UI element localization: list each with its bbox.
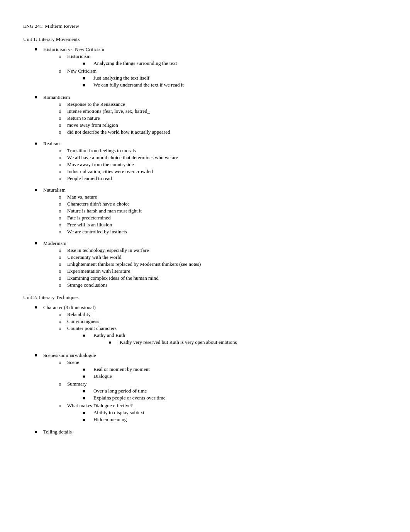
bullet-icon: ■	[35, 141, 43, 182]
bullet-o: o	[59, 311, 67, 318]
list-item: o Scene ■ Real or moment by moment ■ Dia…	[59, 359, 387, 380]
item-label: What makes Dialogue effective?	[67, 403, 133, 408]
bullet-o: o	[59, 161, 67, 168]
list-item: o We are controlled by instincts	[59, 229, 387, 235]
item-label: Explains people or events over time	[93, 395, 387, 401]
list-item: o Historicism ■ Analyzing the things sur…	[59, 53, 387, 67]
item-label: Summary	[67, 381, 87, 387]
bullet-o: o	[59, 115, 67, 121]
bullet-o: o	[59, 175, 67, 182]
bullet-o: o	[59, 108, 67, 114]
item-label: Ability to display subtext	[93, 410, 387, 416]
item-label: Counter point characters	[67, 325, 117, 331]
bullet-o: o	[59, 101, 67, 107]
item-label: Kathy and Ruth	[93, 332, 125, 338]
list-item: ■ Ability to display subtext	[83, 410, 387, 416]
unit2-outline: ■ Character (3 dimensional) o Relatabili…	[23, 304, 387, 435]
list-item: o Relatability	[59, 311, 387, 318]
bullet-o: o	[59, 254, 67, 260]
list-item: o Transition from feelings to morals	[59, 148, 387, 154]
list-item: o Counter point characters ■ Kathy and R…	[59, 325, 387, 347]
item-label: Response to the Renaissance	[67, 101, 387, 107]
item-label: Characters didn't have a choice	[67, 201, 387, 207]
item-label: Fate is predetermined	[67, 215, 387, 221]
list-item: o Man vs, nature	[59, 194, 387, 200]
list-item: ■ Explains people or events over time	[83, 395, 387, 401]
item-label: We can fully understand the text if we r…	[93, 82, 387, 88]
bullet-o: o	[59, 215, 67, 221]
bullet-icon: ■	[109, 339, 120, 345]
list-item: ■ Romanticism o Response to the Renaissa…	[35, 94, 387, 136]
list-item: ■ Kathy and Ruth ■ Kathy very reserved b…	[83, 332, 387, 346]
item-label: Telling details	[43, 429, 72, 435]
bullet-o: o	[59, 261, 67, 267]
item-label: did not describe the world how it actual…	[67, 129, 387, 135]
list-item: ■ Over a long period of time	[83, 388, 387, 394]
bullet-icon: ■	[35, 429, 43, 435]
bullet-o: o	[59, 247, 67, 253]
list-item: ■ We can fully understand the text if we…	[83, 82, 387, 88]
item-label: Kathy very reserved but Ruth is very ope…	[120, 339, 387, 345]
bullet-icon: ■	[83, 373, 93, 379]
bullet-icon: ■	[35, 187, 43, 236]
bullet-icon: ■	[83, 410, 93, 416]
list-item: o move away from religion	[59, 122, 387, 128]
list-item: o Convincingness	[59, 318, 387, 325]
list-item: o Response to the Renaissance	[59, 101, 387, 107]
bullet-o: o	[59, 194, 67, 200]
list-item: o People learned to read	[59, 175, 387, 182]
item-label: Dialogue	[93, 373, 387, 379]
bullet-o: o	[59, 168, 67, 175]
list-item: o We all have a moral choice that determ…	[59, 155, 387, 161]
bullet-icon: ■	[83, 416, 93, 423]
item-label: Relatability	[67, 311, 387, 318]
bullet-icon: ■	[35, 94, 43, 136]
item-label: Just analyzing the text itself	[93, 75, 387, 81]
bullet-o: o	[59, 325, 67, 347]
item-label: Romanticism	[43, 94, 70, 100]
list-item: ■ Just analyzing the text itself	[83, 75, 387, 81]
list-item: o Summary ■ Over a long period of time ■…	[59, 381, 387, 402]
item-label: Modernism	[43, 240, 66, 246]
item-label: move away from religion	[67, 122, 387, 128]
item-label: Historicism vs. New Criticism	[43, 46, 104, 52]
item-label: Examining complex ideas of the human min…	[67, 275, 387, 281]
list-item: ■ Naturalism o Man vs, nature o Characte…	[35, 187, 387, 236]
bullet-o: o	[59, 53, 67, 67]
bullet-icon: ■	[83, 366, 93, 372]
unit1-title: Unit 1: Literary Movements	[23, 36, 387, 42]
bullet-icon: ■	[35, 240, 43, 289]
bullet-o: o	[59, 201, 67, 207]
list-item: o What makes Dialogue effective? ■ Abili…	[59, 403, 387, 423]
item-label: Real or moment by moment	[93, 366, 387, 372]
item-label: Uncertainty with the world	[67, 254, 387, 260]
item-label: Scenes/summary/dialogue	[43, 352, 96, 358]
list-item: o Rise in technology, especially in warf…	[59, 247, 387, 253]
unit2-title: Unit 2: Literary Techniques	[23, 294, 387, 301]
bullet-o: o	[59, 381, 67, 402]
item-label: Naturalism	[43, 187, 66, 193]
list-item: o Free will is an illusion	[59, 222, 387, 228]
item-label: Move away from the countryside	[67, 161, 387, 168]
bullet-icon: ■	[83, 395, 93, 401]
bullet-o: o	[59, 148, 67, 154]
item-label: Enlightenment thinkers replaced by Moder…	[67, 261, 387, 267]
item-label: Convincingness	[67, 318, 387, 325]
item-label: Experimentation with literature	[67, 268, 387, 274]
item-label: We are controlled by instincts	[67, 229, 387, 235]
list-item: o Intense emotions (fear, love, sex, hat…	[59, 108, 387, 114]
list-item: o Strange conclusions	[59, 282, 387, 288]
bullet-icon: ■	[35, 304, 43, 348]
bullet-icon: ■	[83, 60, 93, 66]
bullet-o: o	[59, 318, 67, 325]
list-item: o Characters didn't have a choice	[59, 201, 387, 207]
list-item: o Uncertainty with the world	[59, 254, 387, 260]
item-label: Historicism	[67, 53, 91, 59]
bullet-o: o	[59, 208, 67, 214]
item-label: People learned to read	[67, 175, 387, 182]
bullet-o: o	[59, 68, 67, 89]
list-item: ■ Hidden meaning	[83, 416, 387, 423]
list-item: ■ Kathy very reserved but Ruth is very o…	[109, 339, 387, 345]
bullet-icon: ■	[83, 75, 93, 81]
item-label: Industrialization, cities were over crow…	[67, 168, 387, 175]
